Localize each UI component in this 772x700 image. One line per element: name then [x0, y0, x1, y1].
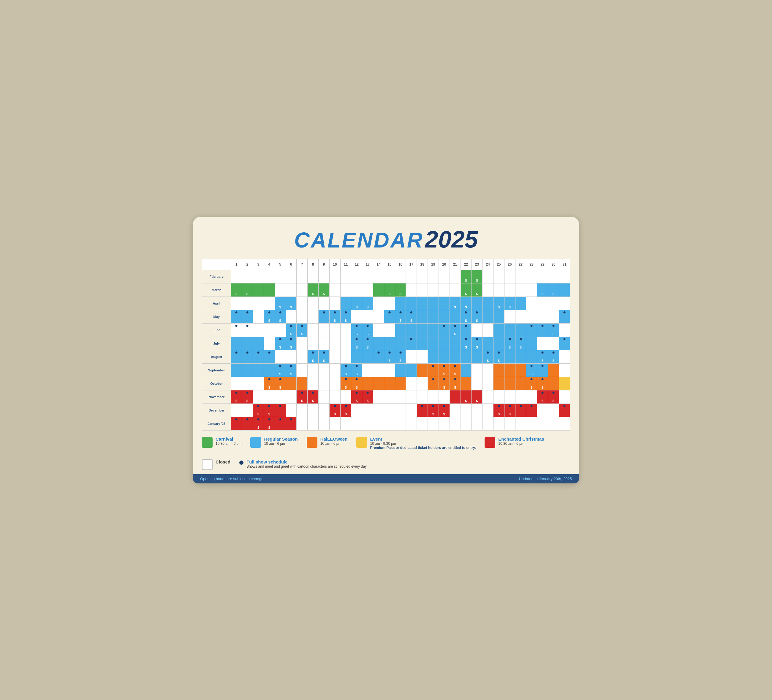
cell	[504, 417, 515, 430]
cell	[307, 310, 319, 323]
cell: S	[351, 363, 362, 377]
cell	[297, 363, 307, 377]
cell: S	[493, 350, 504, 363]
cell	[329, 337, 340, 350]
cell: S	[461, 337, 471, 350]
cell	[548, 297, 559, 310]
cell	[242, 310, 253, 323]
cell	[526, 270, 537, 283]
show-dot	[356, 338, 358, 340]
s-label: S	[443, 386, 445, 389]
cell	[504, 390, 515, 403]
cell	[253, 377, 264, 390]
cell	[461, 350, 471, 363]
header-day-6: 6	[286, 259, 297, 270]
cell: S	[231, 323, 242, 337]
show-dot	[498, 405, 500, 407]
s-label: S	[312, 399, 314, 403]
s-label: S	[509, 306, 511, 309]
month-row-July: JulySSSSSSSS	[202, 337, 570, 350]
month-row-February: FebruarySS	[202, 270, 570, 283]
cell	[329, 363, 340, 377]
cell	[406, 270, 417, 283]
cell	[559, 363, 570, 377]
cell	[537, 403, 548, 417]
cell	[526, 283, 537, 297]
cell	[438, 323, 450, 337]
cell: S	[242, 283, 253, 297]
s-label: S	[553, 292, 554, 296]
header-day-7: 7	[297, 259, 307, 270]
cell	[526, 403, 537, 417]
cell	[471, 350, 483, 363]
s-label: S	[236, 292, 237, 296]
cell	[406, 297, 417, 310]
month-row-November: NovemberSSSSSSSSSS	[202, 390, 570, 403]
cell: S	[471, 283, 483, 297]
cell	[275, 270, 286, 283]
cell: S	[275, 377, 286, 390]
cell	[493, 377, 504, 390]
s-label: S	[476, 399, 478, 403]
cell	[526, 337, 537, 350]
show-dot	[268, 351, 270, 354]
header-day-17: 17	[406, 259, 417, 270]
s-label: S	[553, 399, 554, 403]
s-label: S	[465, 292, 467, 296]
cell: S	[526, 363, 537, 377]
cell	[450, 350, 461, 363]
show-dot	[257, 405, 260, 407]
cell	[417, 270, 428, 283]
cell	[242, 417, 253, 430]
cell	[406, 417, 417, 430]
cell: S	[351, 337, 362, 350]
cell	[253, 337, 264, 350]
cell	[483, 403, 494, 417]
show-dot	[257, 418, 260, 420]
s-label: S	[399, 292, 401, 296]
cell	[329, 270, 340, 283]
show-dot	[247, 325, 249, 327]
cell	[318, 337, 329, 350]
show-dot	[531, 365, 533, 367]
cell: S	[362, 297, 373, 310]
cell: S	[264, 377, 275, 390]
cell	[493, 323, 504, 337]
header-day-10: 10	[329, 259, 340, 270]
s-label: S	[356, 399, 358, 403]
show-dot	[552, 351, 554, 354]
cell	[417, 363, 428, 377]
s-label: S	[476, 346, 478, 349]
cell	[351, 417, 362, 430]
cell	[286, 377, 297, 390]
cell	[329, 297, 340, 310]
show-dot	[279, 338, 281, 340]
header-day-4: 4	[264, 259, 275, 270]
cell	[438, 390, 450, 403]
legend-show-label: Full show schedule	[247, 459, 367, 464]
cell	[231, 363, 242, 377]
cell	[231, 417, 242, 430]
cell	[395, 403, 406, 417]
cell	[231, 350, 242, 363]
cell	[253, 283, 264, 297]
show-dot	[247, 311, 249, 313]
cell	[297, 417, 307, 430]
cell: S	[231, 390, 242, 403]
show-dot	[257, 351, 260, 354]
legend-closed-text: Closed	[216, 459, 231, 464]
s-label: S	[509, 413, 511, 416]
cell	[373, 270, 384, 283]
show-dot	[268, 378, 270, 380]
cell	[362, 363, 373, 377]
cell	[264, 297, 275, 310]
show-dot	[509, 405, 511, 407]
header-day-28: 28	[526, 259, 537, 270]
s-label: S	[247, 292, 249, 296]
cell	[471, 417, 483, 430]
header-day-18: 18	[417, 259, 428, 270]
show-dot	[552, 325, 554, 327]
show-dot	[541, 378, 544, 380]
s-label: S	[356, 306, 358, 309]
show-dot	[279, 311, 281, 313]
